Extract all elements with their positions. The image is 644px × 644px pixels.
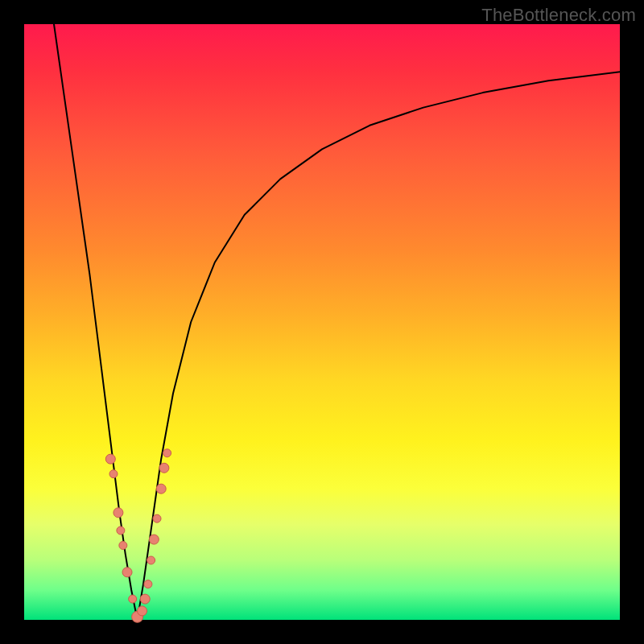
scatter-dot [109, 470, 118, 478]
scatter-dot [105, 454, 115, 464]
scatter-dot [129, 595, 137, 603]
chart-frame: TheBottleneck.com [0, 0, 644, 644]
scatter-dot [156, 484, 166, 493]
watermark-text: TheBottleneck.com [481, 5, 636, 26]
scatter-dot [159, 463, 169, 473]
scatter-dot [114, 508, 123, 518]
scatter-dot [117, 526, 125, 535]
scatter-dot [153, 514, 161, 522]
chart-svg [24, 24, 620, 620]
curve-lines [54, 24, 620, 620]
scatter-dot [119, 542, 127, 550]
scatter-dot [147, 556, 155, 564]
series-right-branch [138, 72, 620, 620]
scatter-dot [149, 535, 159, 544]
scatter-dot [144, 580, 152, 588]
scatter-dot [140, 594, 150, 604]
scatter-dot [122, 568, 132, 577]
scatter-dot [163, 449, 171, 457]
plot-area [24, 24, 620, 620]
scatter-dots [105, 449, 171, 623]
scatter-dot [138, 606, 147, 616]
